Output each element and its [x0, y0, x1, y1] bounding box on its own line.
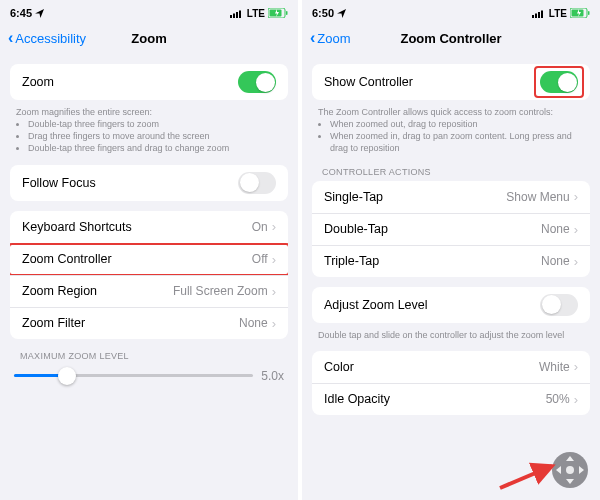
keyboard-shortcuts-value: On [252, 220, 268, 234]
zoom-controller-row[interactable]: Zoom Controller Off› [10, 243, 288, 275]
chevron-left-icon [556, 466, 561, 474]
single-tap-label: Single-Tap [324, 190, 383, 204]
zoom-filter-value: None [239, 316, 268, 330]
single-tap-row[interactable]: Single-Tap Show Menu› [312, 181, 590, 213]
show-controller-toggle[interactable] [540, 71, 578, 93]
location-icon [35, 9, 44, 18]
adjust-zoom-group: Adjust Zoom Level [312, 287, 590, 323]
svg-rect-3 [239, 10, 241, 18]
signal-icon [532, 9, 546, 18]
location-icon [337, 9, 346, 18]
zoom-options-group: Keyboard Shortcuts On› Zoom Controller O… [10, 211, 288, 339]
svg-rect-13 [588, 11, 590, 15]
zoom-controller-widget[interactable] [552, 452, 588, 488]
svg-rect-9 [538, 12, 540, 18]
status-time: 6:45 [10, 7, 32, 19]
zoom-help-item: Drag three fingers to move around the sc… [28, 130, 282, 142]
adjust-zoom-toggle[interactable] [540, 294, 578, 316]
triple-tap-label: Triple-Tap [324, 254, 379, 268]
svg-rect-2 [236, 12, 238, 18]
slider-max-label: 5.0x [261, 369, 284, 383]
svg-rect-8 [535, 13, 537, 18]
zoom-controller-value: Off [252, 252, 268, 266]
battery-icon [570, 8, 590, 18]
status-time: 6:50 [312, 7, 334, 19]
adjust-zoom-help: Double tap and slide on the controller t… [302, 323, 600, 341]
controller-actions-header: CONTROLLER ACTIONS [302, 155, 600, 179]
battery-icon [268, 8, 288, 18]
navigation-bar: ‹ Zoom Zoom Controller [302, 22, 600, 54]
idle-opacity-label: Idle Opacity [324, 392, 390, 406]
back-button[interactable]: ‹ Accessibility [8, 29, 86, 47]
svg-rect-7 [532, 15, 534, 18]
double-tap-row[interactable]: Double-Tap None› [312, 213, 590, 245]
zoom-region-row[interactable]: Zoom Region Full Screen Zoom› [10, 275, 288, 307]
screenshot-zoom-settings: 6:45 LTE ‹ Accessibility Zoom Zoom [0, 0, 298, 500]
idle-opacity-row[interactable]: Idle Opacity 50%› [312, 383, 590, 415]
back-label: Zoom [317, 31, 350, 46]
svg-rect-0 [230, 15, 232, 18]
back-label: Accessibility [15, 31, 86, 46]
page-title: Zoom [131, 31, 166, 46]
double-tap-label: Double-Tap [324, 222, 388, 236]
screenshot-zoom-controller: 6:50 LTE ‹ Zoom Zoom Controller Show Con… [302, 0, 600, 500]
chevron-right-icon: › [574, 189, 578, 204]
double-tap-value: None [541, 222, 570, 236]
chevron-left-icon: ‹ [310, 29, 315, 47]
max-zoom-slider[interactable]: 5.0x [14, 369, 284, 383]
status-bar: 6:45 LTE [0, 0, 298, 22]
color-value: White [539, 360, 570, 374]
color-row[interactable]: Color White› [312, 351, 590, 383]
appearance-group: Color White› Idle Opacity 50%› [312, 351, 590, 415]
chevron-right-icon: › [574, 222, 578, 237]
max-zoom-header: MAXIMUM ZOOM LEVEL [0, 339, 298, 363]
zoom-filter-label: Zoom Filter [22, 316, 85, 330]
triple-tap-row[interactable]: Triple-Tap None› [312, 245, 590, 277]
keyboard-shortcuts-row[interactable]: Keyboard Shortcuts On› [10, 211, 288, 243]
zoom-help-text: Zoom magnifies the entire screen: Double… [0, 100, 298, 155]
chevron-right-icon: › [574, 392, 578, 407]
idle-opacity-value: 50% [546, 392, 570, 406]
network-label: LTE [247, 8, 265, 19]
adjust-zoom-row[interactable]: Adjust Zoom Level [312, 287, 590, 323]
svg-rect-1 [233, 13, 235, 18]
chevron-right-icon: › [574, 254, 578, 269]
follow-focus-toggle[interactable] [238, 172, 276, 194]
chevron-left-icon: ‹ [8, 29, 13, 47]
chevron-right-icon [579, 466, 584, 474]
adjust-zoom-label: Adjust Zoom Level [324, 298, 428, 312]
follow-focus-row[interactable]: Follow Focus [10, 165, 288, 201]
follow-focus-group: Follow Focus [10, 165, 288, 201]
chevron-right-icon: › [272, 284, 276, 299]
zoom-help-heading: Zoom magnifies the entire screen: [16, 106, 282, 118]
color-label: Color [324, 360, 354, 374]
zoom-toggle-row[interactable]: Zoom [10, 64, 288, 100]
back-button[interactable]: ‹ Zoom [310, 29, 351, 47]
chevron-right-icon: › [272, 219, 276, 234]
single-tap-value: Show Menu [506, 190, 569, 204]
page-title: Zoom Controller [400, 31, 501, 46]
slider-track[interactable] [14, 374, 253, 377]
slider-knob[interactable] [58, 367, 76, 385]
show-help-item: When zoomed out, drag to reposition [330, 118, 584, 130]
zoom-help-item: Double-tap three fingers and drag to cha… [28, 142, 282, 154]
show-controller-label: Show Controller [324, 75, 413, 89]
zoom-controller-center [566, 466, 574, 474]
chevron-right-icon: › [272, 316, 276, 331]
zoom-help-item: Double-tap three fingers to zoom [28, 118, 282, 130]
zoom-label: Zoom [22, 75, 54, 89]
zoom-toggle[interactable] [238, 71, 276, 93]
svg-rect-10 [541, 10, 543, 18]
chevron-up-icon [566, 456, 574, 461]
show-controller-help: The Zoom Controller allows quick access … [302, 100, 600, 155]
zoom-controller-label: Zoom Controller [22, 252, 112, 266]
zoom-toggle-group: Zoom [10, 64, 288, 100]
chevron-right-icon: › [272, 252, 276, 267]
zoom-filter-row[interactable]: Zoom Filter None› [10, 307, 288, 339]
show-help-heading: The Zoom Controller allows quick access … [318, 106, 584, 118]
show-help-item: When zoomed in, drag to pan zoom content… [330, 130, 584, 154]
chevron-right-icon: › [574, 359, 578, 374]
signal-icon [230, 9, 244, 18]
show-controller-row[interactable]: Show Controller [312, 64, 590, 100]
zoom-region-label: Zoom Region [22, 284, 97, 298]
